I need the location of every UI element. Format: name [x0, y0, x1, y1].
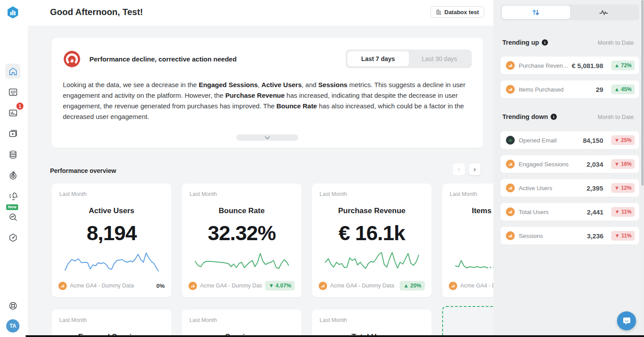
- trend-row-purchase-revenue[interactable]: Purchase Reven... € 5,081.98 ▲ 72%: [501, 57, 639, 74]
- alert-title: Performance decline, corrective action n…: [89, 55, 237, 63]
- chat-launcher-button[interactable]: [617, 311, 636, 330]
- card-footer: Acme GA4 - Dummy Data ▲ 20%: [319, 280, 425, 291]
- dashboards-count-badge: 1: [16, 103, 23, 110]
- trend-label: Opened Email: [519, 137, 579, 144]
- trend-row-items-purchased[interactable]: Items Purchased 29 ▲ 45%: [501, 80, 639, 98]
- trend-label: Engaged Sessions: [519, 161, 582, 168]
- databox-logo-icon[interactable]: [6, 6, 19, 19]
- trend-row-active-users[interactable]: Active Users 2,395 ▼ 12%: [501, 179, 639, 197]
- google-analytics-icon: [506, 61, 515, 70]
- trend-label: Active Users: [519, 185, 582, 191]
- sidebar-item-alerts[interactable]: [5, 188, 20, 203]
- email-source-icon: [506, 136, 515, 145]
- help-button[interactable]: [5, 298, 20, 313]
- chat-bubble-icon: [621, 316, 632, 326]
- sidebar-item-data-sources[interactable]: [5, 147, 20, 162]
- trend-label: Purchase Reven...: [519, 62, 568, 69]
- sort-arrows-icon: [531, 9, 540, 16]
- metric-card-active-users[interactable]: Last Month Active Users 8,194 Acme GA4 -…: [52, 184, 171, 297]
- trend-row-sessions[interactable]: Sessions 3,236 ▼ 11%: [501, 227, 639, 245]
- trend-change-badge: ▲ 45%: [611, 84, 635, 94]
- info-icon[interactable]: i: [542, 39, 548, 46]
- metric-card-bounce-rate[interactable]: Last Month Bounce Rate 32.32% Acme GA4 -…: [182, 184, 301, 297]
- scrollbar-track[interactable]: [641, 0, 644, 337]
- database-icon: [8, 149, 18, 160]
- google-analytics-icon: [506, 207, 515, 216]
- google-analytics-icon: [58, 282, 67, 290]
- sidebar-item-home[interactable]: [5, 64, 20, 79]
- trend-change-badge: ▲ 72%: [611, 61, 635, 70]
- card-period: Last Month: [189, 191, 217, 197]
- trends-panel: Trending up i Month to Date Purchase Rev…: [494, 0, 641, 337]
- trending-up-title: Trending up: [502, 39, 539, 46]
- data-source-label: Acme GA4 - Dummy Data: [70, 283, 153, 289]
- sparkline-chart: [193, 249, 290, 275]
- card-title: Purchase Revenue: [312, 207, 432, 215]
- trend-row-opened-email[interactable]: Opened Email 84,150 ▼ 25%: [501, 131, 639, 149]
- trend-row-engaged-sessions[interactable]: Engaged Sessions 2,034 ▼ 16%: [501, 155, 639, 173]
- data-source-label: Acme GA4 - Dummy Data: [200, 283, 262, 289]
- card-period: Last Month: [320, 191, 347, 197]
- card-period: Last Month: [450, 191, 477, 197]
- benchmark-search-icon: [8, 212, 18, 222]
- trend-value: 84,150: [583, 137, 603, 144]
- card-title: Active Users: [52, 207, 171, 215]
- dashboards-icon: [8, 108, 18, 118]
- sidebar-item-goals[interactable]: [5, 168, 20, 183]
- sidebar-item-metrics[interactable]: 123: [5, 84, 20, 100]
- scorecard-gauge-icon: [8, 233, 18, 243]
- metric-card-engaged-sessions[interactable]: Last Month Engaged Sessions: [52, 310, 171, 337]
- trend-value: € 5,081.98: [572, 62, 603, 69]
- trend-row-total-users[interactable]: Total Users 2,441 ▼ 11%: [501, 203, 639, 221]
- metric-card-sessions[interactable]: Last Month Sessions: [182, 310, 301, 337]
- trend-label: Items Purchased: [519, 86, 592, 93]
- change-badge: ▼ 4.07%: [265, 281, 295, 291]
- scrollbar-thumb[interactable]: [641, 0, 644, 186]
- sidebar-item-dashboards[interactable]: 1: [5, 105, 20, 120]
- toggle-activity-view[interactable]: [570, 6, 638, 19]
- sidebar-item-benchmarks[interactable]: New: [5, 209, 20, 224]
- change-badge: ▲ 20%: [400, 281, 425, 291]
- trend-label: Sessions: [519, 233, 583, 239]
- pulse-icon: [599, 9, 609, 15]
- trend-change-badge: ▼ 12%: [611, 183, 635, 193]
- trend-change-badge: ▼ 16%: [611, 159, 635, 169]
- trend-value: 2,395: [586, 184, 603, 192]
- user-avatar[interactable]: TA: [6, 319, 19, 333]
- trend-value: 3,236: [587, 232, 604, 240]
- carousel-next-button[interactable]: ›: [468, 163, 481, 176]
- trending-down-period: Month to Date: [598, 114, 634, 120]
- google-analytics-icon: [506, 184, 515, 192]
- alert-range-tabs: Last 7 days Last 30 days: [346, 50, 472, 68]
- google-analytics-icon: [506, 85, 515, 94]
- google-analytics-icon: [449, 282, 457, 290]
- workspace-button[interactable]: Databox test: [430, 6, 484, 18]
- tab-last-30-days[interactable]: Last 30 days: [409, 51, 470, 66]
- panel-view-toggle: [501, 4, 639, 20]
- toggle-trends-view[interactable]: [502, 6, 570, 19]
- tab-last-7-days[interactable]: Last 7 days: [347, 51, 409, 66]
- data-source-label: Acme GA4 - Dummy Data: [330, 283, 397, 289]
- card-footer: Acme GA4 - Dummy Data ▼ 4.07%: [189, 280, 295, 291]
- sidebar-bottom: TA: [0, 298, 26, 333]
- carousel-prev-button[interactable]: ‹: [452, 163, 465, 176]
- metric-card-total-users[interactable]: Last Month Total Users: [312, 310, 432, 337]
- metrics-123-icon: 123: [8, 87, 18, 97]
- change-value: 0%: [156, 283, 165, 289]
- alert-bell-icon: [8, 191, 18, 201]
- trending-up-period: Month to Date: [598, 39, 634, 46]
- trend-value: 2,034: [586, 161, 603, 168]
- card-period: Last Month: [189, 317, 217, 323]
- expand-alert-button[interactable]: [236, 134, 298, 141]
- card-value: € 16.1k: [312, 221, 432, 245]
- info-icon[interactable]: i: [551, 114, 557, 120]
- card-period: Last Month: [59, 191, 87, 197]
- card-period: Last Month: [59, 317, 87, 323]
- sidebar-item-scorecards[interactable]: [5, 230, 20, 245]
- page-title: Good Afternoon, Test!: [50, 7, 143, 17]
- metric-card-purchase-revenue[interactable]: Last Month Purchase Revenue € 16.1k Acme…: [312, 184, 432, 297]
- sparkline-chart: [323, 249, 420, 275]
- sidebar-item-reports[interactable]: [5, 126, 20, 141]
- trend-change-badge: ▼ 11%: [611, 207, 635, 217]
- sidebar: 123 1 New: [0, 0, 26, 337]
